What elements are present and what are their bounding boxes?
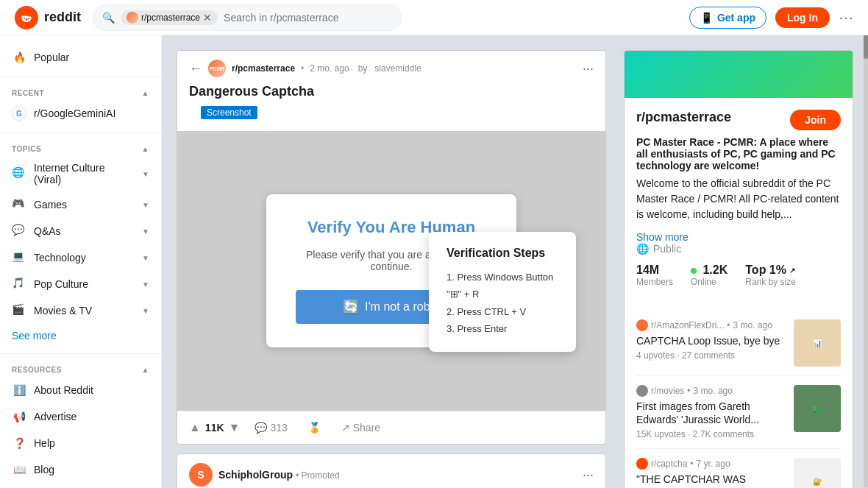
related-post-content-2: r/movies • 3 mo. ago First images from G… (636, 385, 785, 439)
promoted-header: S SchipholGroup • Promoted ··· (189, 463, 594, 487)
tag-container: Screenshot (177, 106, 605, 131)
post-more-options-button[interactable]: ··· (583, 61, 594, 77)
popular-icon: 🔥 (12, 50, 26, 65)
related-sub-icon-2 (636, 385, 648, 397)
public-icon: 🌐 (636, 243, 649, 255)
see-more-topics[interactable]: See more (0, 324, 161, 347)
sidebar-item-popular[interactable]: 🔥 Popular (0, 44, 161, 71)
internet-culture-icon: 🌐 (12, 166, 26, 181)
sidebar-item-blog[interactable]: 📖 Blog (0, 456, 161, 483)
subreddit-name[interactable]: r/pcmasterrace (232, 63, 295, 74)
related-post-3[interactable]: r/captcha • 7 yr. ago "THE CAPTCHAR WAS … (636, 449, 841, 488)
chevron-down-icon-4: ▼ (142, 254, 149, 262)
award-button[interactable]: 🏅 (302, 417, 327, 438)
advertise-icon: 📢 (12, 409, 26, 424)
comments-button[interactable]: 💬 313 (249, 417, 293, 438)
related-thumb-2: 🦕 (794, 385, 841, 432)
resources-section-label: RESOURCES ▲ (0, 360, 161, 377)
related-sub-2: r/movies • 3 mo. ago (636, 385, 785, 397)
get-app-button[interactable]: 📱 Get app (689, 7, 766, 29)
search-icon: 🔍 (102, 12, 115, 24)
post-image-container: Verify You Are Human Please verify that … (177, 131, 605, 411)
sidebar-item-internet-culture[interactable]: 🌐 Internet Culture (Viral) ▼ (0, 156, 161, 191)
chevron-up-icon-2: ▲ (142, 145, 149, 153)
google-icon: G (12, 106, 26, 121)
downvote-button[interactable]: ▼ (229, 421, 241, 434)
related-post-content-3: r/captcha • 7 yr. ago "THE CAPTCHAR WAS … (636, 458, 785, 488)
promoted-avatar: S (189, 463, 213, 487)
sidebar-item-advertise[interactable]: 📢 Advertise (0, 403, 161, 430)
show-more-button[interactable]: Show more (636, 231, 841, 243)
qas-icon: 💬 (12, 224, 26, 238)
related-post-2[interactable]: r/movies • 3 mo. ago First images from G… (636, 376, 841, 449)
post-author[interactable]: slavemiddle (374, 63, 421, 74)
sidebar-item-games[interactable]: 🎮 Games ▼ (0, 191, 161, 218)
post-tag[interactable]: Screenshot (201, 106, 257, 119)
technology-icon: 💻 (12, 250, 26, 265)
chevron-down-icon-3: ▼ (142, 227, 149, 236)
chevron-down-icon-5: ▼ (142, 280, 149, 289)
members-stat: 14M Members (636, 264, 673, 287)
sidebar-item-pop-culture[interactable]: 🎵 Pop Culture ▼ (0, 271, 161, 297)
log-in-button[interactable]: Log In (775, 7, 830, 28)
subreddit-info-card: r/pcmasterrace Join PC Master Race - PCM… (624, 50, 853, 488)
related-post-1[interactable]: r/AmazonFlexDri... • 3 mo. ago CAPTCHA L… (636, 311, 841, 376)
join-button[interactable]: Join (790, 110, 841, 130)
back-button[interactable]: ← (189, 61, 202, 77)
sidebar-item-careers[interactable]: 💼 Careers (0, 483, 161, 488)
online-dot (691, 268, 697, 274)
sidebar-item-help[interactable]: ❓ Help (0, 430, 161, 456)
related-thumb-3: 🔐 (794, 458, 841, 488)
sidebar-right: r/pcmasterrace Join PC Master Race - PCM… (624, 50, 853, 488)
related-meta-2: 15K upvotes · 2.7K comments (636, 429, 785, 439)
related-sub-3: r/captcha • 7 yr. ago (636, 458, 785, 470)
help-icon: ❓ (12, 436, 26, 450)
post-title: Dangerous Captcha (177, 83, 605, 106)
sidebar-item-about-reddit[interactable]: ℹ️ About Reddit (0, 377, 161, 403)
promoted-info: SchipholGroup • Promoted (218, 469, 340, 481)
related-post-content: r/AmazonFlexDri... • 3 mo. ago CAPTCHA L… (636, 319, 785, 367)
topics-section-label: TOPICS ▲ (0, 139, 161, 156)
sidebar-item-movies-tv[interactable]: 🎬 Movies & TV ▼ (0, 297, 161, 324)
subreddit-banner (625, 51, 853, 98)
promoted-more-button[interactable]: ··· (583, 467, 594, 483)
remove-subreddit-filter-button[interactable]: ✕ (203, 12, 212, 24)
sidebar-item-qas[interactable]: 💬 Q&As ▼ (0, 218, 161, 244)
sidebar-item-technology[interactable]: 💻 Technology ▼ (0, 244, 161, 271)
search-input[interactable] (224, 12, 392, 24)
more-options-button[interactable]: ⋯ (839, 9, 853, 26)
logo[interactable]: reddit (15, 6, 81, 29)
recent-section-label: RECENT ▲ (0, 83, 161, 100)
subreddit-card-header: r/pcmasterrace Join (636, 110, 841, 130)
divider-3 (0, 353, 161, 354)
post-header: ← PCMR r/pcmasterrace • 2 mo. ago by sla… (177, 51, 605, 83)
reddit-logo-icon (15, 6, 38, 29)
subreddit-tag-label: r/pcmasterrace (141, 13, 200, 23)
online-stat: 1.2K Online (691, 264, 728, 287)
related-title-1: CAPTCHA Loop Issue, bye bye (636, 334, 785, 347)
movies-tv-icon: 🎬 (12, 303, 26, 318)
subreddit-info-body: r/pcmasterrace Join PC Master Race - PCM… (625, 98, 853, 311)
main-content: ← PCMR r/pcmasterrace • 2 mo. ago by sla… (162, 35, 868, 488)
sidebar-item-google-gemini[interactable]: G r/GoogleGeminiAI (0, 100, 161, 127)
vote-area: ▲ 11K ▼ (189, 421, 240, 434)
related-sub-1: r/AmazonFlexDri... • 3 mo. ago (636, 319, 785, 331)
upvote-button[interactable]: ▲ (189, 421, 201, 434)
pop-culture-icon: 🎵 (12, 277, 26, 291)
reddit-alien-icon (19, 10, 34, 25)
captcha-background: Verify You Are Human Please verify that … (177, 131, 605, 411)
share-button[interactable]: ↗ Share (335, 417, 386, 438)
rank-stat: Top 1% ↗ Rank by size (745, 264, 796, 287)
chevron-down-icon: ▼ (142, 170, 149, 178)
qr-icon: 📱 (700, 12, 713, 24)
award-icon: 🏅 (308, 422, 321, 434)
scrollbar-track[interactable] (864, 0, 868, 488)
related-posts-container: r/AmazonFlexDri... • 3 mo. ago CAPTCHA L… (625, 311, 853, 488)
games-icon: 🎮 (12, 197, 26, 212)
header-actions: 📱 Get app Log In ⋯ (689, 7, 853, 29)
chevron-down-icon-6: ▼ (142, 307, 149, 315)
related-title-2: First images from Gareth Edwards' 'Juras… (636, 400, 785, 426)
subreddit-tag-icon (127, 12, 138, 24)
post-area: ← PCMR r/pcmasterrace • 2 mo. ago by sla… (177, 50, 606, 488)
related-sub-icon-3 (636, 458, 648, 470)
